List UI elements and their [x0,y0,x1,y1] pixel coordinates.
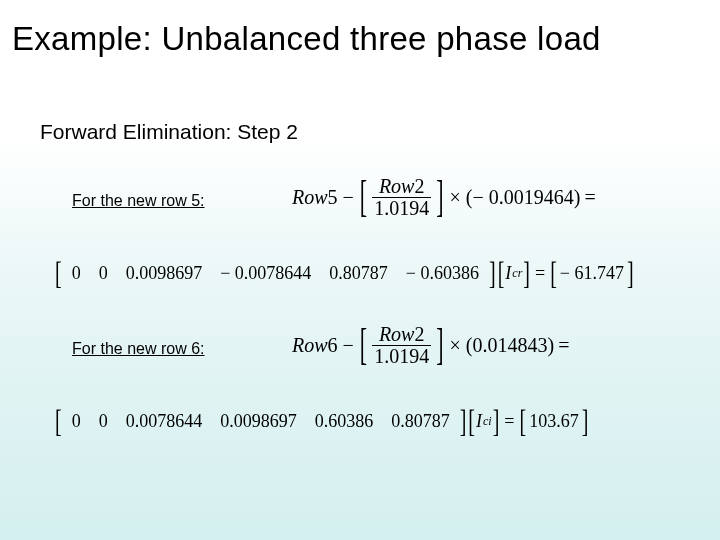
variable: I [476,411,482,432]
fraction: Row2 1.0194 [372,324,431,367]
text: 0.014843 [472,334,547,357]
matrix-cell: − 0.60386 [406,263,479,284]
equals-sign: = [584,186,595,209]
right-bracket-icon: ] [493,404,500,440]
right-bracket-icon: ] [489,256,496,292]
matrix-cell: 0 [99,263,108,284]
text: 5 [328,186,338,209]
minus-sign: − [343,334,354,357]
text: 2 [414,323,424,345]
subscript: cr [512,266,522,281]
text: Row [379,323,415,345]
variable: I [505,263,511,284]
row5-formula: Row5 − [ Row2 1.0194 ] × (− 0.0019464) = [292,176,600,219]
matrix-cell: 0.60386 [315,411,374,432]
left-bracket-icon: [ [360,171,367,223]
matrix-cell: 0 [72,263,81,284]
row5-matrix: [ 0 0 0.0098697 − 0.0078644 0.80787 − 0.… [54,262,635,285]
equals-sign: = [504,411,514,432]
matrix-cell: 0.80787 [391,411,450,432]
matrix-cell: 0 [99,411,108,432]
text: − [472,186,483,209]
text: Row [292,186,328,209]
text: 6 [328,334,338,357]
minus-sign: − [343,186,354,209]
fraction: Row2 1.0194 [372,176,431,219]
left-bracket-icon: [ [498,256,505,292]
row6-label: For the new row 6: [72,340,205,358]
right-bracket-icon: ] [523,256,530,292]
slide-subtitle: Forward Elimination: Step 2 [40,120,298,144]
equals-sign: = [535,263,545,284]
times-sign: × [450,334,461,357]
text: 0.0019464 [489,186,574,209]
subscript: ci [483,414,492,429]
text: Row [379,175,415,197]
matrix-cell: 0.0098697 [220,411,297,432]
text: 2 [414,175,424,197]
left-bracket-icon: [ [468,404,475,440]
right-bracket-icon: ] [436,171,443,223]
matrix-cell: 0.0078644 [126,411,203,432]
right-bracket-icon: ] [436,319,443,371]
text: ) [547,334,554,357]
left-bracket-icon: [ [550,256,557,292]
slide: Example: Unbalanced three phase load For… [0,0,720,540]
matrix-cell: 0.80787 [329,263,388,284]
times-sign: × [450,186,461,209]
slide-title: Example: Unbalanced three phase load [12,20,601,58]
right-bracket-icon: ] [582,404,589,440]
text: ( [466,186,473,209]
right-bracket-icon: ] [627,256,634,292]
left-bracket-icon: [ [55,404,62,440]
text: 1.0194 [372,197,431,219]
equals-sign: = [558,334,569,357]
left-bracket-icon: [ [55,256,62,292]
text: 61.747 [574,263,624,283]
right-bracket-icon: ] [460,404,467,440]
text: − [560,263,570,283]
text: 1.0194 [372,345,431,367]
matrix-cell: − 0.0078644 [220,263,311,284]
matrix-cell: 0 [72,411,81,432]
text: 103.67 [529,411,579,432]
text: ( [466,334,473,357]
text: Row [292,334,328,357]
text: ) [574,186,581,209]
left-bracket-icon: [ [520,404,527,440]
row6-formula: Row6 − [ Row2 1.0194 ] × (0.014843) = [292,324,573,367]
row6-matrix: [ 0 0 0.0078644 0.0098697 0.60386 0.8078… [54,410,589,433]
left-bracket-icon: [ [360,319,367,371]
row5-label: For the new row 5: [72,192,205,210]
matrix-cell: 0.0098697 [126,263,203,284]
